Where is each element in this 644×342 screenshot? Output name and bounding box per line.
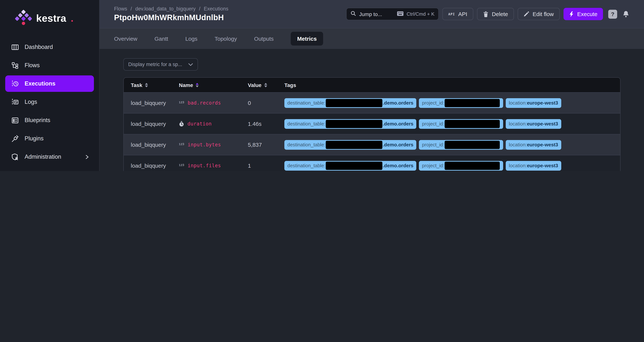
- metric-name[interactable]: input.files: [188, 163, 221, 168]
- sidebar-item-executions[interactable]: Executions: [5, 75, 94, 92]
- column-label: Name: [179, 82, 193, 88]
- sidebar-item-administration[interactable]: Administration: [5, 149, 94, 165]
- metrics-content: Display metric for a sp... TaskNameValue…: [100, 49, 644, 171]
- sidebar-item-dashboard[interactable]: Dashboard: [5, 39, 94, 55]
- executions-icon: [11, 80, 19, 88]
- topbar: Flows/dev.load_data_to_bigquery/Executio…: [100, 0, 644, 28]
- numeric-metric-icon: ¹²³: [179, 163, 184, 168]
- redacted-value: [326, 161, 382, 170]
- breadcrumb-separator: /: [131, 6, 132, 12]
- name-cell: ¹²³input.bytes: [179, 142, 248, 147]
- column-header-task[interactable]: Task: [131, 82, 179, 88]
- breadcrumb-item[interactable]: dev.load_data_to_bigquery: [135, 6, 196, 12]
- sidebar-item-flows[interactable]: Flows: [5, 57, 94, 74]
- column-header-value[interactable]: Value: [248, 82, 284, 88]
- pencil-icon: [524, 11, 529, 17]
- tag-text: .demo.orders: [383, 142, 414, 147]
- tag-badge: location: europe-west3: [506, 119, 561, 129]
- topbar-heading: Flows/dev.load_data_to_bigquery/Executio…: [114, 6, 228, 22]
- table-row: load_biqquery¹²³input.files1destination_…: [124, 155, 620, 171]
- help-icon[interactable]: ?: [608, 10, 617, 19]
- table-row: load_biqquery¹²³bad.records0destination_…: [124, 92, 620, 113]
- tag-badge: project_id:: [419, 140, 503, 149]
- lightning-icon: [569, 11, 574, 17]
- blueprints-icon: [11, 116, 19, 124]
- timer-metric-icon: [179, 121, 184, 127]
- tag-badge: project_id:: [419, 98, 503, 108]
- tab-metrics[interactable]: Metrics: [291, 32, 323, 46]
- brand-dot: .: [71, 13, 74, 24]
- page-title: PtpoHw0MhWRkmhMUdnlbH: [114, 13, 228, 22]
- redacted-value: [326, 120, 382, 128]
- tab-gantt[interactable]: Gantt: [154, 36, 168, 42]
- tag-badge: destination_table: .demo.orders: [284, 140, 416, 149]
- value-cell: 1.46s: [248, 121, 284, 127]
- tab-outputs[interactable]: Outputs: [254, 36, 274, 42]
- breadcrumb: Flows/dev.load_data_to_bigquery/Executio…: [114, 6, 228, 12]
- jump-to-search[interactable]: Jump to... Ctrl/Cmd + K: [346, 8, 439, 20]
- tab-overview[interactable]: Overview: [114, 36, 137, 42]
- sidebar-item-label: Plugins: [24, 135, 44, 142]
- tags-cell: destination_table: .demo.ordersproject_i…: [284, 98, 620, 108]
- value-cell: 5,837: [248, 141, 284, 148]
- redacted-value: [445, 140, 500, 149]
- tags-cell: destination_table: .demo.ordersproject_i…: [284, 161, 620, 170]
- kestra-app: kestra. DashboardFlowsExecutionsLogsBlue…: [0, 0, 644, 171]
- brand-name: kestra: [36, 13, 66, 24]
- sidebar-item-plugins[interactable]: Plugins: [5, 130, 94, 147]
- redacted-value: [326, 99, 382, 107]
- edit-flow-button[interactable]: Edit flow: [518, 8, 560, 20]
- name-cell: duration: [179, 121, 248, 127]
- sidebar-item-label: Dashboard: [24, 44, 53, 50]
- topbar-actions: Jump to... Ctrl/Cmd + K: [346, 8, 630, 20]
- sidebar-item-label: Blueprints: [24, 117, 50, 124]
- metric-name[interactable]: input.bytes: [188, 142, 221, 147]
- metric-name[interactable]: duration: [188, 121, 212, 127]
- tag-text: project_id:: [422, 142, 444, 147]
- sidebar-item-label: Logs: [24, 99, 37, 105]
- sidebar-item-label: Flows: [24, 62, 40, 69]
- tag-text: destination_table:: [287, 121, 325, 127]
- tags-cell: destination_table: .demo.ordersproject_i…: [284, 119, 620, 129]
- logs-icon: [11, 98, 19, 106]
- tag-badge: location: europe-west3: [506, 161, 561, 170]
- tag-text: .demo.orders: [383, 163, 414, 168]
- breadcrumb-item[interactable]: Executions: [204, 6, 228, 12]
- sidebar-item-label: Administration: [24, 153, 61, 160]
- tab-topology[interactable]: Topology: [214, 36, 237, 42]
- numeric-metric-icon: ¹²³: [179, 142, 184, 147]
- task-cell: load_biqquery: [131, 100, 179, 106]
- metrics-table-body: load_biqquery¹²³bad.records0destination_…: [124, 92, 620, 171]
- tag-text: europe-west3: [527, 163, 558, 168]
- value-cell: 1: [248, 162, 284, 169]
- column-label: Tags: [284, 82, 296, 88]
- breadcrumb-item[interactable]: Flows: [114, 6, 127, 12]
- tag-text: project_id:: [422, 100, 444, 106]
- metrics-table: TaskNameValueTags load_biqquery¹²³bad.re…: [123, 77, 620, 171]
- tab-logs[interactable]: Logs: [185, 36, 197, 42]
- kestra-logo[interactable]: kestra.: [0, 0, 99, 27]
- column-label: Task: [131, 82, 142, 88]
- tag-text: europe-west3: [527, 121, 558, 127]
- notifications-bell-icon[interactable]: [622, 10, 630, 18]
- sidebar-item-logs[interactable]: Logs: [5, 94, 94, 110]
- column-header-name[interactable]: Name: [179, 82, 248, 88]
- api-button[interactable]: API API: [442, 8, 473, 20]
- sort-icon: [196, 83, 199, 87]
- tag-text: destination_table:: [287, 142, 325, 147]
- metrics-table-header: TaskNameValueTags: [124, 78, 620, 92]
- sidebar: kestra. DashboardFlowsExecutionsLogsBlue…: [0, 0, 100, 171]
- tag-text: location:: [509, 142, 527, 147]
- kestra-logo-icon: [15, 10, 32, 27]
- execute-button[interactable]: Execute: [564, 8, 603, 20]
- delete-button[interactable]: Delete: [477, 8, 514, 20]
- sidebar-menu: DashboardFlowsExecutionsLogsBlueprintsPl…: [0, 39, 99, 171]
- sidebar-item-blueprints[interactable]: Blueprints: [5, 112, 94, 128]
- tag-text: destination_table:: [287, 163, 325, 168]
- sidebar-item-settings[interactable]: ⚙Settings: [5, 167, 94, 171]
- flows-icon: [11, 61, 19, 69]
- metric-name[interactable]: bad.records: [188, 100, 221, 106]
- metric-filter-select[interactable]: Display metric for a sp...: [123, 58, 198, 71]
- numeric-metric-icon: ¹²³: [179, 100, 184, 106]
- value-cell: 0: [248, 100, 284, 106]
